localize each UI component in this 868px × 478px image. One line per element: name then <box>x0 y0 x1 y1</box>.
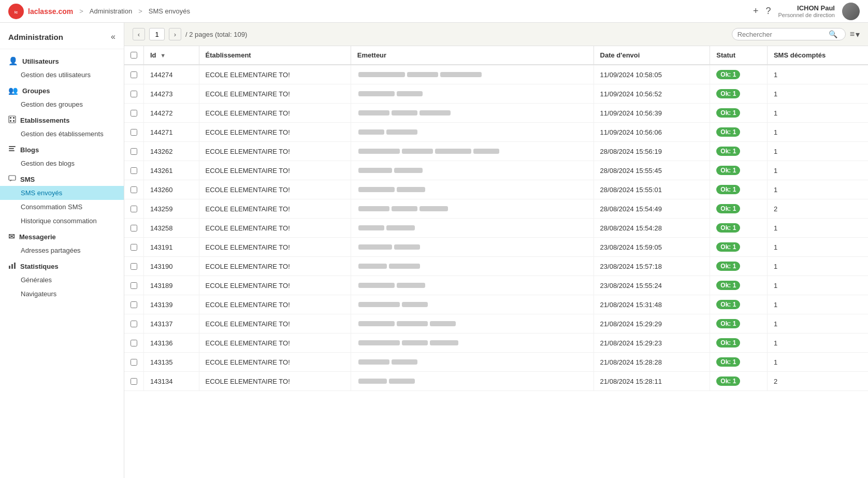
sidebar-section-messagerie[interactable]: ✉ Messagerie <box>0 228 124 243</box>
cell-emetteur <box>351 295 594 314</box>
cell-id: 143260 <box>144 180 199 199</box>
topbar-left: lc laclasse.com > Administration > SMS e… <box>8 4 190 19</box>
row-checkbox[interactable] <box>131 71 137 78</box>
cell-id: 143190 <box>144 257 199 276</box>
logo[interactable]: lc <box>8 4 24 19</box>
row-checkbox[interactable] <box>131 359 137 366</box>
sidebar-section-label-groupes: Groupes <box>22 87 50 95</box>
row-checkbox[interactable] <box>131 244 137 251</box>
cell-statut: Ok: 1 <box>710 238 768 257</box>
cell-date: 28/08/2024 15:55:01 <box>594 180 710 199</box>
header-statut[interactable]: Statut <box>710 46 768 65</box>
row-checkbox[interactable] <box>131 282 137 289</box>
row-checkbox[interactable] <box>131 321 137 327</box>
row-checkbox[interactable] <box>131 263 137 270</box>
cell-id: 143135 <box>144 353 199 372</box>
cell-statut: Ok: 1 <box>710 353 768 372</box>
statistiques-icon <box>8 262 16 271</box>
row-checkbox[interactable] <box>131 91 137 97</box>
sidebar-section-blogs[interactable]: Blogs <box>0 141 124 156</box>
cell-emetteur <box>351 142 594 161</box>
row-checkbox[interactable] <box>131 129 137 136</box>
row-checkbox[interactable] <box>131 167 137 174</box>
sms-table: Id ▼ Établissement Emetteur Date d'envoi… <box>124 46 868 391</box>
cell-id: 143134 <box>144 372 199 391</box>
row-checkbox[interactable] <box>131 110 137 117</box>
status-badge: Ok: 1 <box>716 300 740 309</box>
cell-sms: 1 <box>767 84 868 104</box>
page-input[interactable] <box>149 28 165 40</box>
filter-button[interactable]: ≡ ▾ <box>850 30 860 39</box>
cell-sms: 1 <box>767 104 868 123</box>
cell-id: 144274 <box>144 65 199 84</box>
cell-date: 28/08/2024 15:55:45 <box>594 161 710 180</box>
cell-sms: 1 <box>767 295 868 314</box>
toolbar: ‹ › / 2 pages (total: 109) 🔍 ≡ ▾ <box>124 23 868 46</box>
sidebar-section-label-utilisateurs: Utilisateurs <box>22 57 59 65</box>
sidebar-item-adresses-partagees[interactable]: Adresses partagées <box>0 243 124 257</box>
sidebar-item-navigateurs[interactable]: Navigateurs <box>0 287 124 301</box>
brand-name[interactable]: laclasse.com <box>28 7 73 16</box>
sidebar-item-gestion-utilisateurs[interactable]: Gestion des utilisateurs <box>0 68 124 82</box>
sidebar-section-etablissements[interactable]: Etablissements <box>0 111 124 127</box>
header-etablissement[interactable]: Établissement <box>199 46 351 65</box>
user-name: ICHON Paul <box>778 4 835 12</box>
row-checkbox[interactable] <box>131 148 137 155</box>
sidebar-section-utilisateurs[interactable]: 👤 Utilisateurs <box>0 52 124 68</box>
user-role: Personnel de direction <box>778 12 835 18</box>
cell-id: 143262 <box>144 142 199 161</box>
sidebar-item-consommation-sms[interactable]: Consommation SMS <box>0 200 124 214</box>
dropdown-icon: ▾ <box>856 30 860 39</box>
header-sms[interactable]: SMS décomptés <box>767 46 868 65</box>
sidebar-item-generales[interactable]: Générales <box>0 273 124 287</box>
prev-page-button[interactable]: ‹ <box>133 28 145 40</box>
next-page-button[interactable]: › <box>169 28 181 40</box>
table-row: 144272ECOLE ELEMENTAIRE TO!11/09/2024 10… <box>124 104 868 123</box>
status-badge: Ok: 1 <box>716 127 740 137</box>
row-checkbox[interactable] <box>131 206 137 212</box>
status-badge: Ok: 1 <box>716 204 740 213</box>
row-checkbox[interactable] <box>131 301 137 308</box>
cell-statut: Ok: 1 <box>710 219 768 238</box>
cell-sms: 1 <box>767 123 868 142</box>
sidebar-item-gestion-etablissements[interactable]: Gestion des établissements <box>0 127 124 141</box>
cell-etablissement: ECOLE ELEMENTAIRE TO! <box>199 142 351 161</box>
row-checkbox[interactable] <box>131 225 137 231</box>
cell-id: 143189 <box>144 276 199 295</box>
cell-etablissement: ECOLE ELEMENTAIRE TO! <box>199 238 351 257</box>
cell-etablissement: ECOLE ELEMENTAIRE TO! <box>199 295 351 314</box>
row-checkbox[interactable] <box>131 186 137 193</box>
header-id[interactable]: Id ▼ <box>144 46 199 65</box>
table-row: 143135ECOLE ELEMENTAIRE TO!21/08/2024 15… <box>124 353 868 372</box>
sidebar-item-gestion-groupes[interactable]: Gestion des groupes <box>0 97 124 111</box>
cell-etablissement: ECOLE ELEMENTAIRE TO! <box>199 123 351 142</box>
header-checkbox <box>124 46 144 65</box>
header-emetteur[interactable]: Emetteur <box>351 46 594 65</box>
status-badge: Ok: 1 <box>716 357 740 367</box>
header-date[interactable]: Date d'envoi <box>594 46 710 65</box>
row-checkbox[interactable] <box>131 340 137 346</box>
cell-date: 23/08/2024 15:59:05 <box>594 238 710 257</box>
sidebar-item-historique-consommation[interactable]: Historique consommation <box>0 214 124 228</box>
add-icon[interactable]: + <box>753 6 759 17</box>
breadcrumb-administration[interactable]: Administration <box>90 7 132 15</box>
help-icon[interactable]: ? <box>766 6 771 17</box>
page-info: / 2 pages (total: 109) <box>185 31 247 38</box>
sidebar-section-groupes[interactable]: 👥 Groupes <box>0 82 124 97</box>
search-input[interactable] <box>737 31 826 38</box>
sidebar-section-statistiques[interactable]: Statistiques <box>0 257 124 273</box>
svg-rect-7 <box>9 146 16 147</box>
avatar[interactable] <box>842 3 860 20</box>
table-row: 143190ECOLE ELEMENTAIRE TO!23/08/2024 15… <box>124 257 868 276</box>
table-row: 143136ECOLE ELEMENTAIRE TO!21/08/2024 15… <box>124 334 868 353</box>
sidebar-collapse-button[interactable]: « <box>111 32 115 41</box>
sidebar-section-sms[interactable]: SMS <box>0 170 124 186</box>
avatar-image <box>842 3 860 20</box>
row-checkbox[interactable] <box>131 378 137 385</box>
select-all-checkbox[interactable] <box>131 52 137 59</box>
status-badge: Ok: 1 <box>716 281 740 290</box>
sidebar-item-sms-envoyes[interactable]: SMS envoyés <box>0 186 124 200</box>
sidebar-item-gestion-blogs[interactable]: Gestion des blogs <box>0 156 124 170</box>
cell-etablissement: ECOLE ELEMENTAIRE TO! <box>199 65 351 84</box>
cell-statut: Ok: 1 <box>710 372 768 391</box>
